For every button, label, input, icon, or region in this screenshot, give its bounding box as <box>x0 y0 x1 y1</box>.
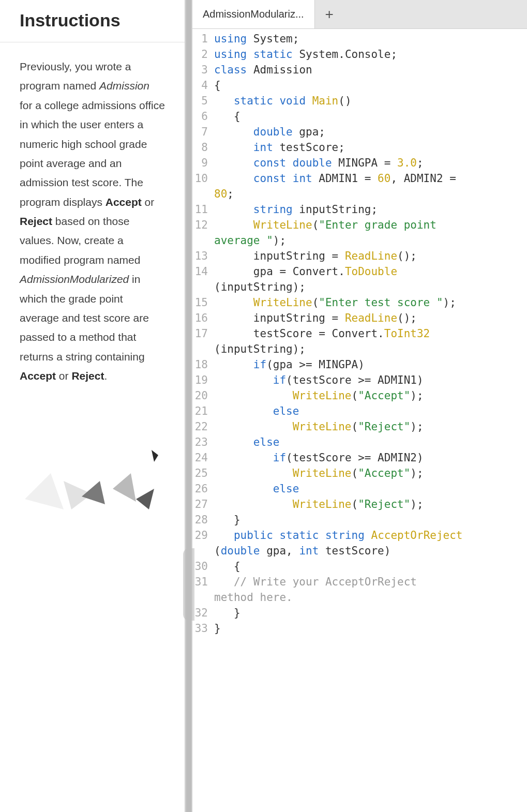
instructions-body: Previously, you wrote a program named Ad… <box>0 42 185 546</box>
divider-handle-icon[interactable] <box>183 548 194 621</box>
line-number: 13 <box>192 248 208 264</box>
code-line[interactable]: WriteLine("Reject"); <box>214 497 527 512</box>
line-number: 25 <box>192 465 208 481</box>
code-line[interactable]: (inputString); <box>214 341 527 357</box>
line-number: 26 <box>192 481 208 497</box>
code-line[interactable]: WriteLine("Accept"); <box>214 388 527 403</box>
code-line[interactable]: if(testScore >= ADMIN1) <box>214 372 527 388</box>
line-number: 1 <box>192 31 208 47</box>
line-number: 33 <box>192 621 208 636</box>
instructions-title: Instructions <box>20 10 165 31</box>
line-number: 20 <box>192 388 208 403</box>
line-number: 15 <box>192 295 208 310</box>
line-number: 12 <box>192 217 208 233</box>
code-line[interactable]: class Admission <box>214 62 527 78</box>
code-line[interactable]: int testScore; <box>214 140 527 155</box>
line-number: 2 <box>192 47 208 62</box>
plus-icon: + <box>325 6 333 23</box>
line-number: 3 <box>192 62 208 78</box>
line-number: 31 <box>192 574 208 590</box>
code-line[interactable]: if(gpa >= MINGPA) <box>214 357 527 372</box>
code-line[interactable]: else <box>214 481 527 497</box>
code-line[interactable]: using System; <box>214 31 527 47</box>
triangles-icon <box>14 432 170 535</box>
code-line[interactable]: static void Main() <box>214 93 527 109</box>
line-number: 18 <box>192 357 208 372</box>
code-area[interactable]: using System;using static System.Console… <box>211 29 527 812</box>
svg-marker-5 <box>152 450 158 462</box>
code-line[interactable]: { <box>214 109 527 124</box>
code-line[interactable]: const int ADMIN1 = 60, ADMIN2 = <box>214 171 527 186</box>
svg-marker-4 <box>136 489 154 509</box>
line-number: 30 <box>192 559 208 574</box>
code-line[interactable]: double gpa; <box>214 124 527 140</box>
code-line[interactable]: WriteLine("Reject"); <box>214 419 527 434</box>
instructions-panel: Instructions Previously, you wrote a pro… <box>0 0 185 812</box>
tab-active[interactable]: AdmissionModulariz... <box>192 0 315 28</box>
code-line[interactable]: average "); <box>214 233 527 248</box>
code-line[interactable]: { <box>214 559 527 574</box>
line-number: 5 <box>192 93 208 109</box>
line-number: 11 <box>192 202 208 217</box>
line-number: 32 <box>192 605 208 621</box>
line-number: 23 <box>192 434 208 450</box>
code-line[interactable]: inputString = ReadLine(); <box>214 248 527 264</box>
line-number-gutter: 1234567891011121314151617181920212223242… <box>192 29 211 812</box>
line-number: 28 <box>192 512 208 528</box>
line-number: 22 <box>192 419 208 434</box>
panel-divider[interactable] <box>185 0 192 812</box>
code-line[interactable]: gpa = Convert.ToDouble <box>214 264 527 279</box>
instructions-paragraph: Previously, you wrote a program named Ad… <box>20 57 165 385</box>
code-line[interactable]: WriteLine("Accept"); <box>214 465 527 481</box>
app-root: Instructions Previously, you wrote a pro… <box>0 0 527 812</box>
instructions-header: Instructions <box>0 0 185 42</box>
code-line[interactable]: WriteLine("Enter grade point <box>214 217 527 233</box>
code-line[interactable]: (double gpa, int testScore) <box>214 543 527 559</box>
editor-panel: AdmissionModulariz... + 1234567891011121… <box>192 0 527 812</box>
code-line[interactable]: testScore = Convert.ToInt32 <box>214 326 527 341</box>
code-line[interactable]: (inputString); <box>214 279 527 295</box>
code-line[interactable]: WriteLine("Enter test score "); <box>214 295 527 310</box>
code-line[interactable]: else <box>214 434 527 450</box>
svg-marker-0 <box>25 473 64 509</box>
line-number: 17 <box>192 326 208 341</box>
line-number: 27 <box>192 497 208 512</box>
code-line[interactable]: public static string AcceptOrReject <box>214 528 527 543</box>
code-line[interactable]: } <box>214 621 527 636</box>
line-number: 10 <box>192 171 208 186</box>
line-number: 21 <box>192 403 208 419</box>
line-number: 29 <box>192 528 208 543</box>
code-line[interactable]: inputString = ReadLine(); <box>214 310 527 326</box>
decorative-shapes <box>20 432 165 535</box>
code-line[interactable]: // Write your AcceptOrReject <box>214 574 527 590</box>
code-line[interactable]: } <box>214 512 527 528</box>
code-line[interactable]: if(testScore >= ADMIN2) <box>214 450 527 465</box>
code-line[interactable]: else <box>214 403 527 419</box>
line-number: 14 <box>192 264 208 279</box>
code-line[interactable]: { <box>214 78 527 93</box>
line-number: 8 <box>192 140 208 155</box>
code-line[interactable]: 80; <box>214 186 527 202</box>
line-number: 4 <box>192 78 208 93</box>
tab-bar: AdmissionModulariz... + <box>192 0 527 29</box>
code-line[interactable]: const double MINGPA = 3.0; <box>214 155 527 171</box>
line-number: 16 <box>192 310 208 326</box>
code-editor[interactable]: 1234567891011121314151617181920212223242… <box>192 29 527 812</box>
tab-add-button[interactable]: + <box>315 0 344 28</box>
line-number: 19 <box>192 372 208 388</box>
line-number: 9 <box>192 155 208 171</box>
line-number: 7 <box>192 124 208 140</box>
tab-active-label: AdmissionModulariz... <box>203 8 304 20</box>
code-line[interactable]: } <box>214 605 527 621</box>
line-number: 6 <box>192 109 208 124</box>
code-line[interactable]: using static System.Console; <box>214 47 527 62</box>
code-line[interactable]: string inputString; <box>214 202 527 217</box>
line-number: 24 <box>192 450 208 465</box>
code-line[interactable]: method here. <box>214 590 527 605</box>
svg-marker-3 <box>113 473 136 502</box>
